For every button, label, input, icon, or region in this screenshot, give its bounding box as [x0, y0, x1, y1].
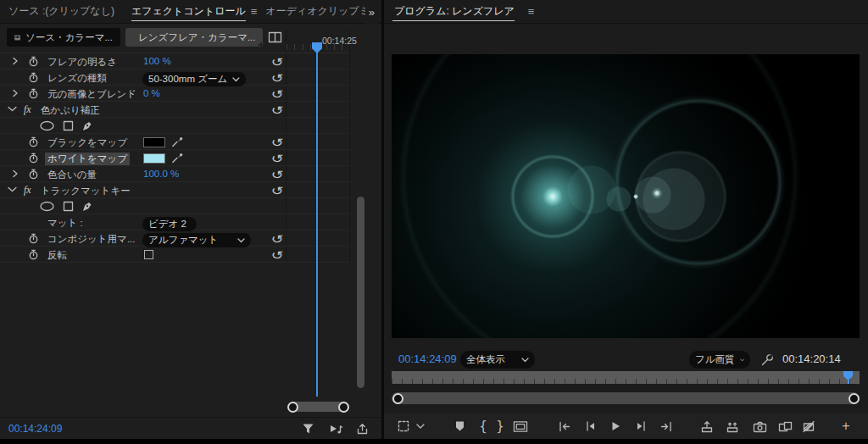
- stopwatch-icon[interactable]: [28, 233, 39, 244]
- fx-badge-icon[interactable]: fx: [24, 184, 31, 197]
- stopwatch-icon[interactable]: [28, 72, 39, 83]
- white-color-swatch[interactable]: [143, 153, 165, 164]
- param-value[interactable]: 100.0 %: [143, 169, 179, 179]
- source-clip-button[interactable]: ソース・カラーマ...: [7, 28, 120, 47]
- lift-button[interactable]: [699, 419, 715, 434]
- chevron-down-icon[interactable]: [8, 106, 17, 113]
- stopwatch-icon[interactable]: [28, 136, 39, 147]
- tab-source[interactable]: ソース :(クリップなし): [0, 0, 123, 24]
- reset-icon[interactable]: ↺: [271, 233, 284, 245]
- mask-tools-row: [0, 198, 349, 214]
- safe-margins-button[interactable]: [513, 419, 528, 434]
- tab-program[interactable]: プログラム: レンズフレア: [384, 0, 523, 24]
- param-label: ブラックをマップ: [47, 136, 127, 149]
- edit-overlay-icon: [397, 419, 410, 433]
- scroll-handle-right[interactable]: [849, 393, 860, 404]
- param-value[interactable]: 100 %: [143, 56, 171, 66]
- reset-icon[interactable]: ↺: [271, 153, 284, 164]
- stopwatch-icon[interactable]: [28, 56, 39, 67]
- zoom-level-dropdown[interactable]: 全体表示: [460, 351, 535, 369]
- reset-icon[interactable]: ↺: [271, 249, 284, 261]
- export-frame-button[interactable]: [752, 419, 767, 434]
- panel-menu-icon[interactable]: ≡: [528, 5, 535, 18]
- comparison-view-icon: [778, 420, 793, 433]
- ecp-playhead-line[interactable]: [316, 47, 318, 397]
- reset-icon[interactable]: ↺: [271, 136, 284, 148]
- reset-icon[interactable]: ↺: [271, 72, 284, 84]
- comparison-view-button[interactable]: [777, 419, 793, 434]
- stopwatch-icon[interactable]: [28, 249, 39, 260]
- eyedropper-icon[interactable]: [171, 152, 183, 164]
- param-row-matte: マット : ビデオ 2: [0, 214, 349, 230]
- timeline-right-border: [349, 29, 350, 263]
- twirl-right-icon[interactable]: [11, 169, 19, 178]
- rect-mask-icon[interactable]: [63, 120, 74, 131]
- tab-audio-clip-mixer[interactable]: オーディオクリップミキ: [257, 0, 365, 24]
- go-to-in-button[interactable]: [557, 419, 572, 434]
- black-color-swatch[interactable]: [143, 137, 165, 147]
- edit-overlay-chevron[interactable]: [415, 419, 426, 434]
- dropdown-value: アルファマット: [148, 234, 218, 247]
- rect-mask-icon[interactable]: [63, 201, 74, 212]
- param-value[interactable]: 0 %: [143, 88, 160, 98]
- scrollbar-thumb[interactable]: [392, 392, 860, 404]
- add-marker-button[interactable]: [452, 419, 467, 434]
- more-tabs-icon[interactable]: »: [365, 0, 378, 24]
- program-zoom-scrollbar[interactable]: [392, 392, 860, 404]
- go-to-out-button[interactable]: [659, 419, 674, 434]
- stopwatch-icon[interactable]: [28, 169, 39, 180]
- ellipse-mask-icon[interactable]: [39, 120, 55, 131]
- extract-button[interactable]: [725, 419, 740, 434]
- button-editor-button[interactable]: +: [838, 419, 854, 434]
- program-time-ruler[interactable]: [392, 371, 860, 384]
- settings-wrench-icon[interactable]: [760, 353, 774, 366]
- mark-out-button[interactable]: }: [492, 419, 508, 434]
- ecp-current-timecode[interactable]: 00:14:24:09: [8, 423, 62, 435]
- effect-name[interactable]: 色かぶり補正: [41, 104, 100, 117]
- play-audio-icon[interactable]: [329, 423, 343, 435]
- stopwatch-icon[interactable]: [28, 153, 39, 164]
- pen-mask-icon[interactable]: [81, 119, 93, 131]
- twirl-right-icon[interactable]: [11, 57, 19, 65]
- export-icon[interactable]: [356, 423, 369, 435]
- composite-dropdown[interactable]: アルファマット: [142, 233, 251, 247]
- mark-in-button[interactable]: {: [476, 419, 491, 434]
- playback-quality-dropdown[interactable]: フル画質: [689, 351, 750, 369]
- reset-icon[interactable]: ↺: [271, 185, 284, 197]
- param-label: コンポジット用マ...: [47, 233, 135, 246]
- source-clip-label: ソース・カラーマ...: [25, 31, 113, 44]
- ellipse-mask-icon[interactable]: [39, 201, 55, 212]
- edit-overlay-button[interactable]: [396, 419, 411, 434]
- scroll-handle-left[interactable]: [392, 393, 403, 404]
- lens-type-dropdown[interactable]: 50-300mm ズーム: [142, 72, 246, 86]
- stopwatch-icon[interactable]: [28, 88, 39, 99]
- program-playhead[interactable]: [843, 371, 853, 384]
- split-view-icon[interactable]: [268, 31, 282, 43]
- ecp-vertical-scrollbar[interactable]: [357, 197, 364, 388]
- tab-effect-controls[interactable]: エフェクトコントロール: [123, 0, 254, 24]
- effect-name[interactable]: トラックマットキー: [41, 185, 131, 197]
- ecp-zoom-handle-right[interactable]: [338, 402, 349, 413]
- twirl-right-icon[interactable]: [11, 89, 19, 97]
- effect-clip-button[interactable]: レンズフレア・カラーマ...: [125, 28, 263, 47]
- chevron-down-icon[interactable]: [8, 186, 17, 193]
- reset-icon[interactable]: ↺: [271, 104, 284, 116]
- filter-icon[interactable]: [302, 423, 314, 435]
- toggle-proxies-button[interactable]: [801, 419, 816, 434]
- reset-icon[interactable]: ↺: [271, 56, 284, 68]
- invert-checkbox[interactable]: [144, 250, 153, 259]
- step-forward-button[interactable]: [633, 419, 648, 434]
- fx-badge-icon[interactable]: fx: [24, 103, 31, 116]
- reset-icon[interactable]: ↺: [271, 88, 284, 100]
- matte-dropdown[interactable]: ビデオ 2: [142, 217, 197, 231]
- param-label: レンズの種類: [47, 72, 107, 85]
- eyedropper-icon[interactable]: [171, 136, 183, 147]
- param-row-tint-amount: 色合いの量 100.0 % ↺: [0, 166, 349, 182]
- ecp-zoom-handle-left[interactable]: [287, 402, 298, 413]
- step-back-button[interactable]: [582, 419, 598, 434]
- pen-mask-icon[interactable]: [81, 200, 93, 212]
- reset-icon[interactable]: ↺: [271, 169, 284, 180]
- play-button[interactable]: [608, 419, 623, 434]
- step-back-icon: [584, 420, 597, 432]
- program-current-timecode[interactable]: 00:14:24:09: [398, 352, 457, 365]
